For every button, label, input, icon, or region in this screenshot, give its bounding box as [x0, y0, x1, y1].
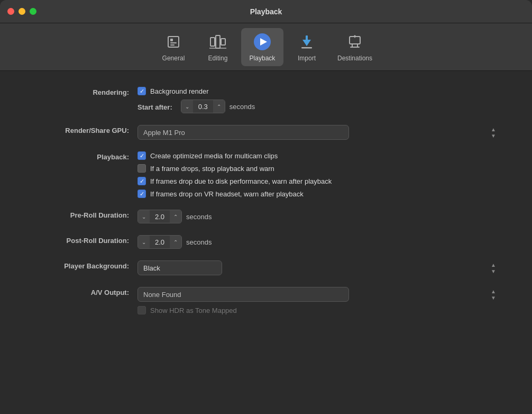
- av-output-row: A/V Output: None Found ▲ ▼ Show HDR as T…: [32, 287, 500, 314]
- pre-roll-unit: seconds: [186, 213, 212, 221]
- toolbar-item-editing[interactable]: Editing: [197, 28, 239, 66]
- pre-roll-label: Pre-Roll Duration:: [32, 210, 137, 219]
- pre-roll-row: Pre-Roll Duration: ⌄ 2.0 ⌃ seconds: [32, 210, 500, 223]
- gpu-row: Render/Share GPU: Apple M1 Pro ▲ ▼: [32, 125, 500, 140]
- svg-rect-6: [221, 39, 225, 45]
- playback-option-3: ✓ If frames drop on VR headset, warn aft…: [137, 190, 500, 198]
- maximize-button[interactable]: [30, 8, 36, 15]
- playback-controls: ✓ Create optimized media for multicam cl…: [137, 151, 500, 198]
- post-roll-stepper[interactable]: ⌄ 2.0 ⌃: [137, 235, 182, 249]
- post-roll-up-btn[interactable]: ⌃: [170, 236, 181, 248]
- seconds-label: seconds: [230, 103, 255, 111]
- start-after-value: 0.3: [193, 103, 213, 111]
- content-area: Rendering: ✓ Background render Start aft…: [0, 71, 532, 414]
- hdr-label: Show HDR as Tone Mapped: [150, 307, 237, 314]
- playback-checkbox-2[interactable]: ✓: [137, 177, 146, 185]
- gpu-select-wrap: Apple M1 Pro ▲ ▼: [137, 125, 500, 140]
- player-background-controls: Black White Checkerboard ▲ ▼: [137, 260, 500, 275]
- start-after-row: Start after: ⌄ 0.3 ⌃ seconds: [137, 100, 500, 113]
- general-icon: [164, 32, 183, 51]
- general-label: General: [162, 55, 185, 62]
- post-roll-row: Post-Roll Duration: ⌄ 2.0 ⌃ seconds: [32, 235, 500, 249]
- svg-rect-2: [170, 42, 177, 43]
- svg-rect-1: [170, 39, 173, 41]
- post-roll-label: Post-Roll Duration:: [32, 235, 137, 245]
- av-chevron-icon: ▲ ▼: [491, 289, 496, 301]
- playback-option-label-1: If a frame drops, stop playback and warn: [150, 165, 274, 173]
- pre-roll-value: 2.0: [150, 213, 170, 221]
- destinations-icon: [345, 32, 364, 51]
- start-after-stepper[interactable]: ⌄ 0.3 ⌃: [181, 100, 225, 113]
- playback-option-label-0: Create optimized media for multicam clip…: [150, 152, 278, 160]
- playback-label: Playback: [250, 55, 276, 62]
- window: Playback General: [0, 0, 532, 414]
- gpu-label: Render/Share GPU:: [32, 125, 137, 134]
- svg-rect-4: [210, 38, 215, 46]
- svg-rect-11: [306, 35, 308, 43]
- editing-label: Editing: [208, 55, 228, 62]
- post-roll-controls: ⌄ 2.0 ⌃ seconds: [137, 235, 500, 249]
- player-bg-chevron-icon: ▲ ▼: [491, 262, 496, 274]
- import-icon: [297, 32, 316, 51]
- destinations-label: Destinations: [337, 55, 372, 62]
- playback-row: Playback: ✓ Create optimized media for m…: [32, 151, 500, 198]
- av-output-controls: None Found ▲ ▼ Show HDR as Tone Mapped: [137, 287, 500, 314]
- post-roll-unit: seconds: [186, 238, 212, 246]
- check-icon-2: ✓: [140, 178, 144, 184]
- stepper-down-btn[interactable]: ⌄: [181, 100, 193, 113]
- titlebar: Playback: [0, 0, 532, 23]
- gpu-controls: Apple M1 Pro ▲ ▼: [137, 125, 500, 140]
- rendering-label: Rendering:: [32, 87, 137, 96]
- background-render-row: ✓ Background render: [137, 87, 500, 95]
- traffic-lights: [7, 8, 36, 15]
- player-background-select[interactable]: Black White Checkerboard: [137, 260, 222, 275]
- playback-icon: [253, 32, 272, 51]
- gpu-select[interactable]: Apple M1 Pro: [137, 125, 349, 140]
- background-render-label: Background render: [150, 87, 209, 95]
- editing-icon: [208, 32, 227, 51]
- post-roll-down-btn[interactable]: ⌄: [138, 236, 150, 248]
- chevron-down-icon: ▲ ▼: [491, 127, 496, 139]
- av-output-select[interactable]: None Found: [137, 287, 349, 302]
- toolbar: General Editing Playback: [0, 23, 532, 71]
- check-icon-0: ✓: [140, 153, 144, 159]
- playback-checkbox-1[interactable]: [137, 164, 146, 173]
- import-label: Import: [298, 55, 316, 62]
- window-title: Playback: [250, 7, 282, 16]
- pre-roll-stepper[interactable]: ⌄ 2.0 ⌃: [137, 210, 182, 223]
- close-button[interactable]: [7, 8, 14, 15]
- av-select-wrap: None Found ▲ ▼: [137, 287, 500, 302]
- svg-rect-5: [216, 35, 220, 48]
- pre-roll-stepper-row: ⌄ 2.0 ⌃ seconds: [137, 210, 500, 223]
- player-background-label: Player Background:: [32, 260, 137, 270]
- av-output-label: A/V Output:: [32, 287, 137, 296]
- player-bg-select-wrap: Black White Checkerboard ▲ ▼: [137, 260, 500, 275]
- svg-rect-3: [170, 44, 175, 46]
- background-render-checkbox[interactable]: ✓: [137, 87, 146, 95]
- playback-option-label-3: If frames drop on VR headset, warn after…: [150, 190, 304, 198]
- hdr-checkbox[interactable]: [137, 306, 146, 314]
- hdr-row: Show HDR as Tone Mapped: [137, 306, 500, 314]
- playback-option-2: ✓ If frames drop due to disk performance…: [137, 177, 500, 185]
- pre-roll-down-btn[interactable]: ⌄: [138, 210, 150, 223]
- svg-rect-12: [301, 47, 312, 49]
- pre-roll-controls: ⌄ 2.0 ⌃ seconds: [137, 210, 500, 223]
- playback-label: Playback:: [32, 151, 137, 161]
- toolbar-item-import[interactable]: Import: [286, 28, 328, 66]
- pre-roll-up-btn[interactable]: ⌃: [170, 210, 181, 223]
- toolbar-item-playback[interactable]: Playback: [241, 28, 283, 66]
- playback-checkbox-3[interactable]: ✓: [137, 190, 146, 198]
- playback-option-1: If a frame drops, stop playback and warn: [137, 164, 500, 173]
- playback-option-0: ✓ Create optimized media for multicam cl…: [137, 151, 500, 160]
- playback-checkbox-0[interactable]: ✓: [137, 151, 146, 160]
- check-icon: ✓: [140, 88, 144, 94]
- start-after-label: Start after:: [137, 102, 177, 111]
- toolbar-item-general[interactable]: General: [152, 28, 195, 66]
- post-roll-stepper-row: ⌄ 2.0 ⌃ seconds: [137, 235, 500, 249]
- toolbar-item-destinations[interactable]: Destinations: [330, 28, 380, 66]
- playback-option-label-2: If frames drop due to disk performance, …: [150, 177, 332, 185]
- player-background-row: Player Background: Black White Checkerbo…: [32, 260, 500, 275]
- check-icon-3: ✓: [140, 191, 144, 197]
- minimize-button[interactable]: [19, 8, 25, 15]
- stepper-up-btn[interactable]: ⌃: [213, 100, 225, 113]
